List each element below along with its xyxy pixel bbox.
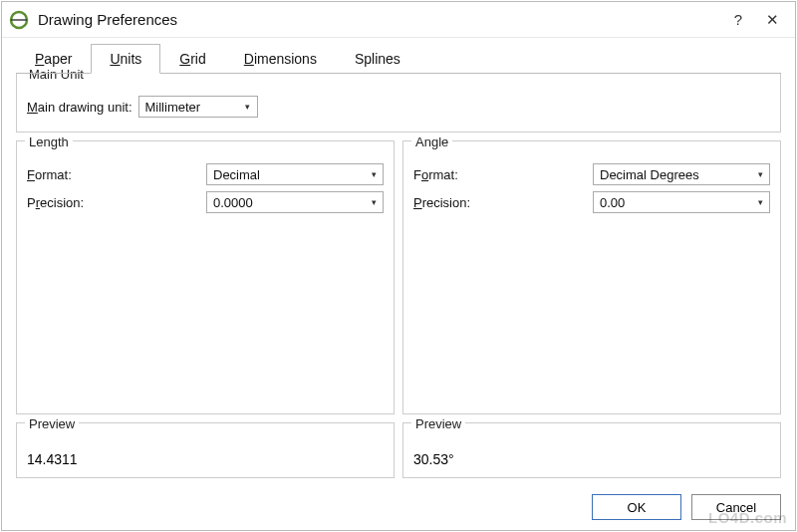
window-controls: ? ✕ [734, 11, 787, 29]
chevron-down-icon: ▾ [755, 169, 765, 179]
length-preview-group: Preview 14.4311 [16, 422, 395, 478]
length-group: Length Format: Decimal ▾ Precision: 0.00… [16, 140, 395, 414]
angle-precision-combo[interactable]: 0.00 ▾ [593, 191, 770, 213]
ok-button[interactable]: OK [592, 494, 681, 520]
dialog-title: Drawing Preferences [38, 11, 734, 28]
dialog-window: Drawing Preferences ? ✕ Paper Units Grid… [1, 1, 796, 531]
chevron-down-icon: ▾ [369, 197, 379, 207]
help-button[interactable]: ? [734, 11, 742, 28]
tab-bar: Paper Units Grid Dimensions Splines [2, 38, 795, 74]
tab-splines[interactable]: Splines [336, 44, 419, 74]
cancel-button[interactable]: Cancel [691, 494, 781, 520]
dialog-buttons: OK Cancel [2, 488, 795, 530]
main-unit-combo[interactable]: Millimeter ▾ [138, 96, 258, 118]
main-unit-group: Main Unit Main drawing unit: Millimeter … [16, 73, 781, 133]
titlebar: Drawing Preferences ? ✕ [2, 2, 795, 38]
chevron-down-icon: ▾ [755, 197, 765, 207]
angle-precision-label: Precision: [413, 195, 593, 210]
main-unit-legend: Main Unit [25, 67, 88, 82]
main-unit-label: Main drawing unit: [27, 100, 133, 115]
angle-format-combo[interactable]: Decimal Degrees ▾ [593, 163, 770, 185]
angle-group: Angle Format: Decimal Degrees ▾ Precisio… [402, 140, 781, 414]
length-precision-label: Precision: [27, 195, 206, 210]
tab-units[interactable]: Units [91, 44, 160, 74]
length-format-label: Format: [27, 167, 206, 182]
length-preview-value: 14.4311 [27, 445, 384, 467]
tab-grid[interactable]: Grid [160, 44, 224, 74]
length-preview-legend: Preview [25, 416, 79, 431]
app-icon [8, 9, 30, 31]
length-precision-combo[interactable]: 0.0000 ▾ [206, 191, 384, 213]
angle-preview-value: 30.53° [413, 445, 770, 467]
length-legend: Length [25, 134, 73, 149]
length-format-combo[interactable]: Decimal ▾ [206, 163, 384, 185]
tab-dimensions[interactable]: Dimensions [225, 44, 336, 74]
angle-legend: Angle [411, 134, 452, 149]
angle-preview-legend: Preview [411, 416, 465, 431]
angle-preview-group: Preview 30.53° [402, 422, 781, 478]
chevron-down-icon: ▾ [369, 169, 379, 179]
angle-format-label: Format: [413, 167, 593, 182]
chevron-down-icon: ▾ [243, 102, 253, 112]
close-button[interactable]: ✕ [766, 11, 779, 29]
tab-content: Main Unit Main drawing unit: Millimeter … [2, 74, 795, 488]
